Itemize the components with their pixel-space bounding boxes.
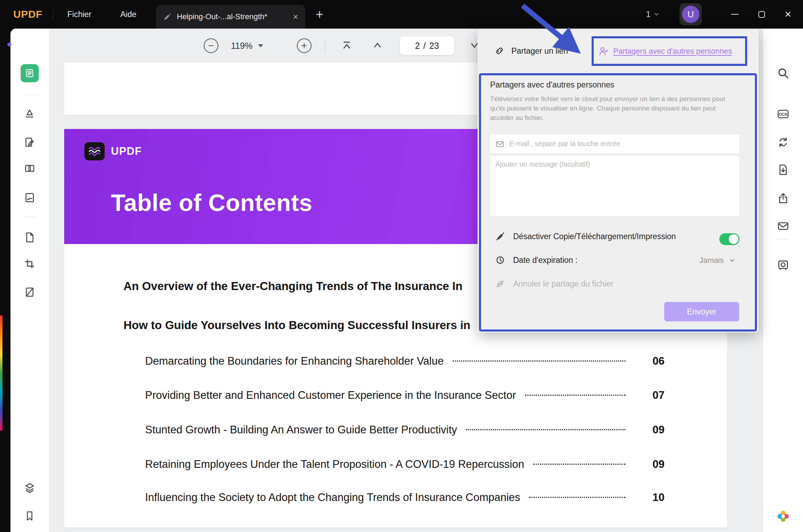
annotate-icon (24, 108, 36, 120)
minimize-icon (731, 14, 739, 15)
sidebar-tool-redact[interactable] (22, 284, 37, 300)
minimize-button[interactable] (723, 0, 747, 29)
sidebar-divider (778, 239, 789, 240)
sidebar-tool-organize[interactable] (22, 161, 37, 176)
protect-button[interactable] (775, 258, 791, 273)
disable-copy-label: Désactiver Copie/Téléchargement/Impressi… (513, 232, 676, 241)
rotate-sync-icon (777, 136, 789, 149)
chevron-down-icon (653, 11, 660, 17)
previous-page-button[interactable] (370, 38, 385, 53)
fill-sign-icon (24, 192, 36, 204)
extract-page-button[interactable] (775, 162, 791, 177)
share-panel-button[interactable] (775, 191, 791, 206)
toc-section-heading: How to Guide Yourselves Into Becoming Su… (123, 319, 471, 332)
expiration-label: Date d'expiration : (513, 256, 578, 265)
toc-item-label: Demarcating the Boundaries for Enhancing… (145, 355, 444, 367)
message-input[interactable] (489, 155, 740, 216)
send-button[interactable]: Envoyer (664, 302, 739, 321)
chevron-up-icon (371, 39, 384, 52)
mail-icon (495, 139, 504, 149)
toc-row: Stunted Growth - Building An Answer to G… (145, 424, 665, 436)
sidebar-tool-convert[interactable] (22, 230, 37, 245)
toc-leader-dots (529, 497, 625, 498)
toc-item-label: Retaining Employees Under the Talent Pro… (145, 458, 524, 471)
document-tab[interactable]: Helping-Out-...al-Strength* × (156, 5, 305, 29)
disable-copy-toggle[interactable] (719, 233, 740, 245)
sidebar-tool-bookmark[interactable] (22, 508, 37, 524)
sidebar-tool-thumbnails[interactable] (21, 64, 39, 82)
ai-assistant-button[interactable] (775, 509, 791, 524)
toc-page-number: 10 (641, 491, 665, 504)
sidebar-tool-sign[interactable] (22, 190, 37, 205)
panel-title: Partagers avec d'autres personnes (490, 80, 614, 90)
cancel-share-row[interactable]: Annuler le partage du fichier (495, 279, 614, 289)
sidebar-tool-annotate[interactable] (22, 106, 37, 122)
ocr-icon: OCR (776, 107, 790, 121)
ai-flower-icon (776, 509, 790, 523)
zoom-out-button[interactable]: − (204, 38, 218, 53)
banner-brand-text: UPDF (111, 145, 142, 158)
toc-item-label: Stunted Growth - Building An Answer to G… (145, 424, 457, 436)
share-popover: Partager un lien Partagers avec d'autres… (478, 29, 759, 333)
toc-page-number: 06 (641, 355, 665, 367)
share-people-label: Partagers avec d'autres personnes (613, 47, 732, 56)
page-arrow-icon (777, 164, 789, 176)
compare-rotate-button[interactable] (775, 135, 791, 150)
share-people-tab[interactable]: Partagers avec d'autres personnes (592, 36, 747, 66)
mail-button[interactable] (775, 218, 791, 234)
toc-row: Demarcating the Boundaries for Enhancing… (145, 355, 665, 367)
menu-aide[interactable]: Aide (120, 0, 136, 29)
page-title: Table of Contents (111, 189, 313, 216)
email-input[interactable] (509, 140, 734, 148)
page-current: 2 (415, 41, 420, 51)
toc-item-label: Providing Better and Enhanced Customer E… (145, 389, 516, 402)
app-logo: UPDF (13, 0, 43, 29)
page-number-input[interactable]: 2 / 23 (400, 36, 454, 55)
search-icon (776, 67, 790, 80)
person-share-icon (599, 46, 609, 56)
page-total: 23 (429, 41, 439, 51)
share-upload-icon (777, 192, 789, 205)
toggle-knob (729, 234, 738, 244)
right-sidebar: OCR (763, 29, 803, 532)
toc-section-heading: An Overview of the Ever-Changing Trends … (123, 280, 463, 293)
history-clock-icon (495, 255, 505, 265)
convert-page-icon (24, 231, 36, 243)
left-sidebar (10, 29, 49, 532)
app-window: UPDF Fichier Aide Helping-Out-...al-Stre… (0, 0, 803, 532)
safe-icon (777, 259, 789, 272)
sidebar-tool-edit[interactable] (22, 135, 37, 150)
maximize-button[interactable] (749, 0, 774, 29)
expiration-select[interactable]: Jamais (699, 256, 736, 265)
new-tab-button[interactable]: + (316, 0, 323, 29)
toolbar-divider (325, 39, 325, 52)
notification-dot (7, 43, 11, 46)
menu-divider (53, 10, 53, 19)
search-button[interactable] (775, 66, 791, 81)
account-button[interactable]: U (680, 3, 702, 25)
edge-color-strip (0, 316, 2, 431)
ocr-button[interactable]: OCR (775, 106, 791, 122)
tab-title: Helping-Out-...al-Strength* (177, 12, 288, 21)
sidebar-tool-crop[interactable] (22, 256, 37, 272)
toc-page-number: 09 (641, 458, 665, 471)
toc-leader-dots (453, 360, 625, 362)
first-page-button[interactable] (339, 38, 354, 53)
zoom-level-control[interactable]: 119% (231, 29, 263, 63)
annotation-arrow (502, 1, 593, 62)
crop-icon (24, 258, 36, 270)
redact-icon (24, 286, 36, 298)
expiration-row: Date d'expiration : (495, 255, 578, 265)
menu-fichier[interactable]: Fichier (67, 0, 91, 29)
toc-row: Retaining Employees Under the Talent Pro… (145, 458, 665, 471)
svg-text:OCR: OCR (779, 112, 787, 116)
zoom-in-button[interactable]: + (297, 38, 312, 53)
sidebar-tool-layers[interactable] (22, 480, 37, 495)
email-field[interactable] (489, 134, 740, 154)
layers-icon (24, 482, 36, 494)
tab-close-icon[interactable]: × (293, 12, 298, 21)
disable-copy-icon (495, 231, 505, 242)
close-button[interactable]: ✕ (776, 0, 800, 29)
window-switcher[interactable]: 1 (646, 0, 660, 29)
organize-pages-icon (24, 162, 36, 174)
